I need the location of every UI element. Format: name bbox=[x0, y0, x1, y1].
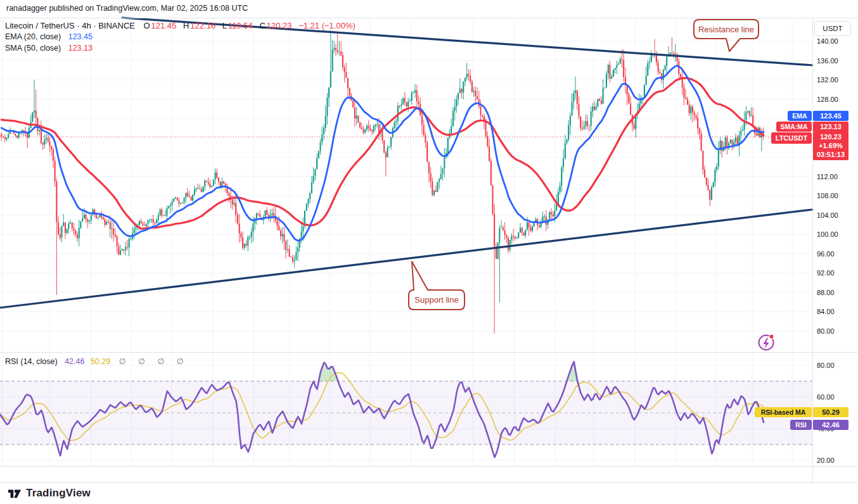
price-tick-label: 128.00 bbox=[817, 95, 838, 104]
sma-indicator-legend[interactable]: SMA (50, close) 123.13 bbox=[5, 44, 93, 53]
rsi-empty-slots: ∅ ∅ ∅ ∅ bbox=[119, 357, 189, 366]
ema-legend-value: 123.45 bbox=[68, 32, 93, 41]
rsi-tick-label: 20.00 bbox=[817, 456, 835, 465]
low-value: 119.54 bbox=[228, 21, 253, 30]
open-label: O bbox=[143, 21, 150, 30]
price-tick-label: 80.00 bbox=[817, 327, 835, 336]
symbol-title[interactable]: Litecoin / TetherUS · 4h · BINANCE bbox=[5, 21, 135, 30]
sma-legend-label: SMA (50, close) bbox=[5, 44, 61, 53]
axis-separator bbox=[0, 466, 858, 467]
tradingview-logo-icon bbox=[8, 486, 22, 500]
rsi-legend-value: 42.46 bbox=[65, 357, 84, 366]
support-callout[interactable]: Support line bbox=[409, 290, 464, 310]
rsi-indicator-legend[interactable]: RSI (14, close) 42.46 50.29 ∅ ∅ ∅ ∅ bbox=[5, 356, 189, 366]
support-trendline[interactable] bbox=[0, 210, 812, 308]
symbol-price-chip: LTCUSDT bbox=[771, 132, 812, 144]
last-price-badge: 120.23 +1.69% 03:51:13 bbox=[813, 131, 848, 160]
pane-separator bbox=[0, 352, 858, 353]
price-tick-label: 136.00 bbox=[817, 56, 838, 65]
price-tick-label: 140.00 bbox=[817, 37, 838, 46]
rsi-band bbox=[0, 381, 812, 444]
bar-countdown: 03:51:13 bbox=[813, 150, 848, 159]
price-tick-label: 104.00 bbox=[817, 211, 838, 220]
candlestick-series bbox=[1, 30, 763, 333]
high-value: 122.16 bbox=[190, 21, 215, 30]
sma-legend-value: 123.13 bbox=[68, 44, 93, 53]
tradingview-published-chart: ranadagger published on TradingView.com,… bbox=[0, 0, 858, 504]
rsi-overbought-fill bbox=[319, 362, 577, 381]
symbol-legend-row[interactable]: Litecoin / TetherUS · 4h · BINANCE O121.… bbox=[5, 21, 357, 30]
price-tick-label: 108.00 bbox=[817, 191, 838, 200]
rsi-badge: 42.46 bbox=[813, 420, 848, 430]
rsi-chip: RSI bbox=[790, 420, 812, 430]
close-value: 120.23 bbox=[267, 21, 292, 30]
ema-indicator-legend[interactable]: EMA (20, close) 123.45 bbox=[5, 32, 93, 41]
tradingview-brand[interactable]: TradingView bbox=[8, 486, 91, 500]
last-price-value: 120.23 bbox=[813, 132, 848, 141]
close-label: C bbox=[259, 21, 265, 30]
sma-price-chip: SMA:MA bbox=[776, 122, 812, 132]
price-tick-label: 88.00 bbox=[817, 288, 835, 297]
high-label: H bbox=[183, 21, 189, 30]
chart-canvas[interactable] bbox=[0, 0, 858, 504]
rsi-ma-legend-value: 50.29 bbox=[91, 357, 110, 366]
ema-price-badge: 123.45 bbox=[813, 111, 848, 121]
header-separator bbox=[0, 18, 858, 18]
price-tick-label: 96.00 bbox=[817, 249, 835, 258]
footer-separator bbox=[0, 482, 858, 483]
price-tick-label: 112.00 bbox=[817, 172, 838, 181]
low-label: L bbox=[222, 21, 227, 30]
callout-bubbles[interactable] bbox=[409, 20, 759, 310]
price-tick-label: 92.00 bbox=[817, 268, 835, 277]
rsi-ma-badge: 50.29 bbox=[813, 407, 848, 417]
rsi-tick-label: 80.00 bbox=[817, 361, 835, 370]
ohlc-values: O121.45 H122.16 L119.54 C120.23 −1.21 (−… bbox=[143, 21, 356, 30]
open-value: 121.45 bbox=[151, 21, 177, 30]
price-tick-label: 100.00 bbox=[817, 230, 838, 239]
ema-line bbox=[1, 66, 763, 241]
change-value: −1.21 (−1.00%) bbox=[298, 21, 355, 30]
ema-price-chip: EMA bbox=[788, 111, 812, 121]
price-tick-label: 132.00 bbox=[817, 75, 838, 84]
resistance-callout[interactable]: Resistance line bbox=[694, 20, 759, 39]
brand-name: TradingView bbox=[26, 487, 91, 500]
sma-price-badge: 123.13 bbox=[813, 122, 848, 132]
rsi-tick-label: 60.00 bbox=[817, 393, 835, 401]
rsi-legend-label: RSI (14, close) bbox=[5, 357, 58, 366]
currency-toggle-button[interactable]: USDT bbox=[814, 21, 851, 36]
attribution-text: ranadagger published on TradingView.com,… bbox=[6, 4, 248, 13]
ema-legend-label: EMA (20, close) bbox=[5, 32, 61, 41]
last-price-change: +1.69% bbox=[813, 141, 848, 150]
flash-icon[interactable] bbox=[759, 334, 774, 350]
rsi-ma-chip: RSI-based MA bbox=[755, 407, 812, 417]
sma-line bbox=[1, 78, 763, 229]
price-tick-label: 84.00 bbox=[817, 307, 835, 316]
